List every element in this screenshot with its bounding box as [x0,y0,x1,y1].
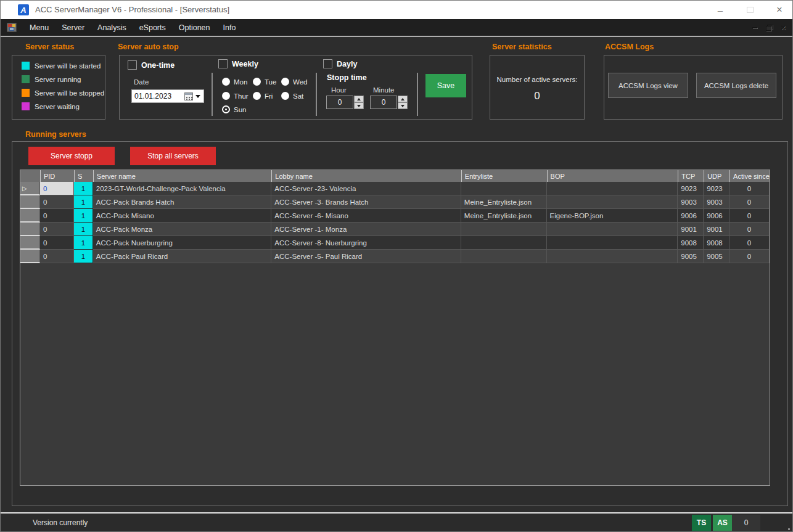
date-dropdown-icon[interactable] [195,95,200,98]
cell-lobby-name[interactable]: ACC-Server -6- Misano [271,209,461,223]
radio-tue[interactable]: Tue [253,78,276,86]
cell-tcp[interactable]: 9001 [678,223,704,236]
cell-bop[interactable] [547,195,678,209]
date-picker[interactable]: 01.01.2023 [131,89,204,103]
mdi-close-button[interactable]: × [779,23,787,32]
cell-entryliste[interactable]: Meine_Entryliste.json [461,195,547,209]
mdi-restore-button[interactable] [765,23,773,32]
minimize-button[interactable]: – [709,1,732,19]
cell-entryliste[interactable] [461,182,547,195]
server-stopp-button[interactable]: Server stopp [28,147,115,165]
menu-item-server[interactable]: Server [62,23,84,32]
col-udp[interactable]: UDP [704,170,729,182]
cell-lobby-name[interactable]: ACC-Server -23- Valencia [271,182,461,195]
hour-down-button[interactable] [354,102,364,109]
cell-tcp[interactable]: 9023 [678,182,704,195]
hour-stepper[interactable]: 0 [326,96,364,109]
row-selector[interactable]: ▷ [20,182,40,195]
menu-item-menu[interactable]: Menu [30,23,49,32]
cell-udp[interactable]: 9008 [704,236,729,250]
cell-entryliste[interactable] [461,236,547,250]
cell-bop[interactable] [547,236,678,250]
radio-mon[interactable]: Mon [222,78,247,86]
menu-item-esports[interactable]: eSports [139,23,166,32]
radio-thur[interactable]: Thur [222,92,249,100]
cell-active-since[interactable]: 0 [729,195,770,209]
cell-tcp[interactable]: 9005 [678,250,704,263]
minute-up-button[interactable] [398,96,408,102]
cell-server-name[interactable]: ACC-Pack Nuerburgring [93,236,272,250]
cell-entryliste[interactable] [461,250,547,263]
cell-s[interactable]: 1 [74,195,93,209]
cell-active-since[interactable]: 0 [729,236,770,250]
col-bop[interactable]: BOP [547,170,678,182]
row-selector[interactable] [20,236,40,250]
accsm-logs-view-button[interactable]: ACCSM Logs view [608,73,688,98]
cell-udp[interactable]: 9005 [704,250,729,263]
cell-active-since[interactable]: 0 [729,250,770,263]
cell-s[interactable]: 1 [74,250,93,263]
cell-server-name[interactable]: ACC-Pack Paul Ricard [93,250,272,263]
cell-s[interactable]: 1 [74,223,93,236]
cell-s[interactable]: 1 [74,182,93,195]
cell-server-name[interactable]: ACC-Pack Misano [93,209,272,223]
cell-pid[interactable]: 0 [40,223,74,236]
col-active-since[interactable]: Active since [729,170,770,182]
minute-value[interactable]: 0 [370,96,397,109]
cell-lobby-name[interactable]: ACC-Server -5- Paul Ricard [271,250,461,263]
close-button[interactable]: × [768,1,791,19]
table-row[interactable]: 0 1 ACC-Pack Misano ACC-Server -6- Misan… [20,209,770,223]
col-pid[interactable]: PID [40,170,74,182]
cell-entryliste[interactable]: Meine_Entryliste.json [461,209,547,223]
minute-down-button[interactable] [398,102,408,109]
cell-udp[interactable]: 9023 [704,182,729,195]
cell-udp[interactable]: 9006 [704,209,729,223]
accsm-logs-delete-button[interactable]: ACCSM Logs delete [696,73,776,98]
row-selector[interactable] [20,195,40,209]
menu-item-optionen[interactable]: Optionen [179,23,210,32]
cell-tcp[interactable]: 9006 [678,209,704,223]
col-lobby-name[interactable]: Lobby name [271,170,461,182]
col-tcp[interactable]: TCP [678,170,704,182]
cell-udp[interactable]: 9001 [704,223,729,236]
minute-stepper[interactable]: 0 [370,96,408,109]
row-selector[interactable] [20,250,40,263]
cell-bop[interactable] [547,250,678,263]
menu-item-analysis[interactable]: Analysis [97,23,126,32]
table-row[interactable]: 0 1 ACC-Pack Nuerburgring ACC-Server -8-… [20,236,770,250]
cell-pid[interactable]: 0 [40,209,74,223]
cell-pid[interactable]: 0 [40,195,74,209]
cell-bop[interactable]: Eigene-BOP.json [547,209,678,223]
hour-up-button[interactable] [354,96,364,102]
cell-tcp[interactable]: 9008 [678,236,704,250]
table-row[interactable]: 0 1 ACC-Pack Paul Ricard ACC-Server -5- … [20,250,770,263]
one-time-checkbox[interactable]: One-time [128,60,175,70]
row-selector[interactable] [20,223,40,236]
stop-all-servers-button[interactable]: Stop all servers [130,147,216,165]
cell-s[interactable]: 1 [74,236,93,250]
radio-sat[interactable]: Sat [281,92,303,100]
cell-pid[interactable]: 0 [40,236,74,250]
cell-lobby-name[interactable]: ACC-Server -1- Monza [271,223,461,236]
maximize-button[interactable] [738,1,762,19]
hour-value[interactable]: 0 [326,96,353,109]
row-selector[interactable] [20,209,40,223]
radio-wed[interactable]: Wed [281,78,307,86]
cell-pid-selected[interactable]: 0 [40,182,74,195]
save-button[interactable]: Save [425,74,466,97]
cell-tcp[interactable]: 9003 [678,195,704,209]
radio-sun-selected[interactable]: Sun [222,105,246,113]
resize-grip-icon[interactable] [788,528,790,530]
table-row[interactable]: 0 1 ACC-Pack Monza ACC-Server -1- Monza … [20,223,770,236]
cell-active-since[interactable]: 0 [729,223,770,236]
cell-active-since[interactable]: 0 [729,209,770,223]
ts-status-badge[interactable]: TS [692,515,711,531]
cell-lobby-name[interactable]: ACC-Server -8- Nuerburgring [271,236,461,250]
radio-fri[interactable]: Fri [253,92,273,100]
weekly-checkbox[interactable]: Weekly [218,59,258,68]
cell-bop[interactable] [547,182,678,195]
as-status-badge[interactable]: AS [713,515,732,531]
cell-server-name[interactable]: 2023-GT-World-Challenge-Pack Valencia [93,182,272,195]
col-entryliste[interactable]: Entryliste [461,170,547,182]
col-s[interactable]: S [74,170,93,182]
